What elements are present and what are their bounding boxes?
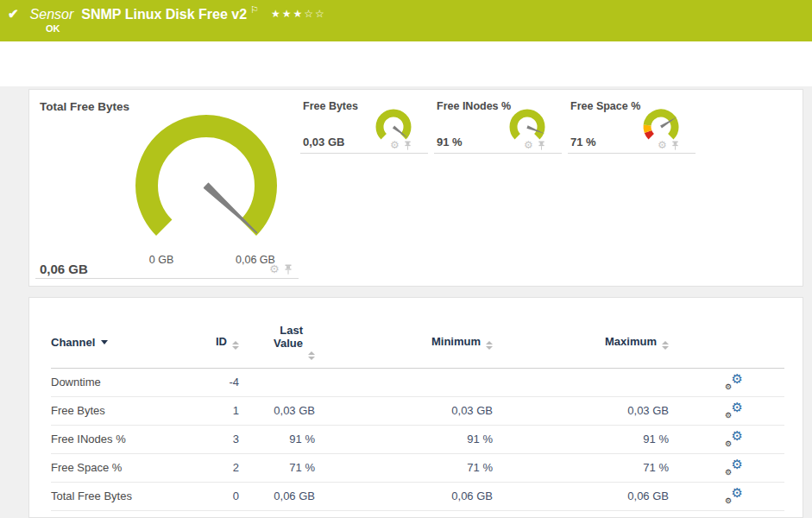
channel-maximum: 71 %	[493, 453, 669, 482]
pin-icon[interactable]	[671, 141, 679, 150]
channel-minimum: 71 %	[315, 453, 493, 482]
table-row: Free Space % 2 71 % 71 % 71 % ⚙⚙	[51, 453, 784, 482]
edit-channel-icon[interactable]: ⚙⚙	[725, 374, 743, 388]
gauge-title: Free Space %	[570, 100, 640, 112]
channel-maximum: 0,03 GB	[493, 396, 669, 425]
gauge-title: Free Bytes	[303, 100, 358, 112]
sort-caret-icon	[101, 340, 108, 344]
column-header-minimum[interactable]: Minimum	[315, 317, 493, 368]
channel-name: Downtime	[51, 368, 180, 396]
column-header-maximum-label: Maximum	[605, 335, 657, 348]
sort-arrows-icon	[232, 341, 239, 350]
gauge-settings-gear-icon[interactable]: ⚙	[390, 140, 400, 150]
sensor-kind-label: Sensor	[30, 6, 74, 22]
gauge-panel-free-space: Free Space % 71 % ⚙	[568, 90, 696, 287]
pin-icon[interactable]	[284, 264, 293, 275]
channel-minimum: 0,06 GB	[315, 482, 493, 510]
divider	[300, 153, 428, 154]
column-header-maximum[interactable]: Maximum	[493, 317, 669, 368]
channel-id: -4	[180, 368, 239, 396]
channel-maximum	[493, 368, 669, 396]
sort-arrows-icon	[308, 351, 315, 360]
big-gear-icon: ⚙	[732, 371, 743, 387]
small-gear-icon: ⚙	[725, 439, 732, 448]
column-header-minimum-label: Minimum	[431, 335, 481, 348]
tab-bar: Overview Live Data 2 days 30 days 365 da…	[0, 41, 812, 86]
big-gear-icon: ⚙	[732, 457, 743, 472]
gauge-panel-free-inodes: Free INodes % 91 % ⚙	[434, 90, 562, 287]
channel-minimum: 91 %	[315, 425, 493, 453]
status-check-icon: ✔	[8, 6, 19, 22]
divider	[568, 153, 696, 154]
small-gear-icon: ⚙	[725, 496, 732, 505]
small-gear-icon: ⚙	[725, 468, 732, 477]
gauge-value: 91 %	[437, 136, 463, 148]
primary-gauge-scale-min: 0 GB	[131, 254, 192, 266]
channel-name: Total Free Bytes	[51, 482, 180, 510]
sensor-status-badge: OK	[46, 23, 60, 34]
table-header-row: Channel ID Last Value Minimum Maximum	[51, 317, 784, 368]
edit-channel-icon[interactable]: ⚙⚙	[725, 431, 743, 445]
sort-arrows-icon	[662, 341, 669, 350]
gauge-settings-gear-icon[interactable]: ⚙	[658, 140, 667, 150]
channel-minimum	[315, 368, 493, 396]
channel-name: Free INodes %	[51, 425, 180, 453]
channel-id: 3	[180, 425, 239, 453]
gauge-title: Free INodes %	[437, 100, 511, 112]
column-header-id[interactable]: ID	[180, 317, 239, 368]
column-header-last-value-label: Last Value	[267, 324, 303, 350]
gauge-settings-gear-icon[interactable]: ⚙	[269, 264, 280, 275]
divider	[35, 278, 299, 279]
table-row: Free INodes % 3 91 % 91 % 91 % ⚙⚙	[51, 425, 784, 453]
primary-gauge[interactable]	[111, 99, 301, 263]
small-gear-icon: ⚙	[725, 411, 732, 420]
channel-last-value: 71 %	[239, 453, 315, 482]
primary-gauge-value: 0,06 GB	[40, 262, 88, 276]
edit-channel-icon[interactable]: ⚙⚙	[725, 402, 743, 417]
gauges-card: Total Free Bytes 0 GB 0,06 GB 0,06 GB ⚙ …	[28, 89, 803, 287]
channel-id: 1	[180, 396, 239, 425]
channel-maximum: 91 %	[493, 425, 669, 453]
channel-last-value: 91 %	[239, 425, 315, 453]
table-row: Total Free Bytes 0 0,06 GB 0,06 GB 0,06 …	[51, 482, 784, 510]
channel-last-value	[239, 368, 315, 396]
sensor-header: ✔ Sensor SNMP Linux Disk Free v2 ⚐ ★★★☆☆…	[0, 0, 812, 41]
channel-name: Free Bytes	[51, 396, 180, 425]
channel-id: 2	[180, 453, 239, 482]
column-header-channel[interactable]: Channel	[51, 317, 180, 368]
channel-table: Channel ID Last Value Minimum Maximum Do…	[51, 317, 784, 511]
big-gear-icon: ⚙	[732, 400, 743, 415]
column-header-channel-label: Channel	[51, 336, 95, 349]
sort-arrows-icon	[486, 341, 493, 350]
gauge-needle	[205, 183, 257, 232]
sensor-title: SNMP Linux Disk Free v2	[81, 6, 247, 22]
gauge-settings-gear-icon[interactable]: ⚙	[524, 140, 533, 150]
prtg-sensor-page: ✔ Sensor SNMP Linux Disk Free v2 ⚐ ★★★☆☆…	[0, 0, 812, 518]
column-header-id-label: ID	[216, 335, 227, 348]
stars-filled[interactable]: ★★★	[271, 8, 304, 20]
channel-table-card: Channel ID Last Value Minimum Maximum Do…	[28, 297, 803, 518]
column-header-edit	[669, 317, 784, 368]
channel-name: Free Space %	[51, 453, 180, 482]
big-gear-icon: ⚙	[732, 485, 743, 501]
edit-channel-icon[interactable]: ⚙⚙	[725, 488, 743, 502]
divider	[434, 153, 562, 154]
gauge-value: 0,03 GB	[303, 136, 344, 148]
gauge-panel-free-bytes: Free Bytes 0,03 GB ⚙	[300, 90, 428, 287]
gauge-value: 71 %	[570, 136, 596, 148]
priority-stars[interactable]: ★★★☆☆	[271, 8, 326, 20]
pin-icon[interactable]	[538, 141, 545, 150]
channel-last-value: 0,03 GB	[239, 396, 315, 425]
pin-icon[interactable]	[404, 141, 412, 150]
channel-id: 0	[180, 482, 239, 510]
channel-maximum: 0,06 GB	[493, 482, 669, 510]
channel-last-value: 0,06 GB	[239, 482, 315, 510]
big-gear-icon: ⚙	[732, 428, 743, 444]
small-gear-icon: ⚙	[725, 382, 732, 391]
column-header-last-value[interactable]: Last Value	[239, 317, 315, 368]
flag-icon[interactable]: ⚐	[250, 4, 259, 16]
channel-minimum: 0,03 GB	[315, 396, 493, 425]
edit-channel-icon[interactable]: ⚙⚙	[725, 459, 743, 474]
stars-empty[interactable]: ☆☆	[304, 8, 326, 20]
table-row: Free Bytes 1 0,03 GB 0,03 GB 0,03 GB ⚙⚙	[51, 396, 784, 425]
